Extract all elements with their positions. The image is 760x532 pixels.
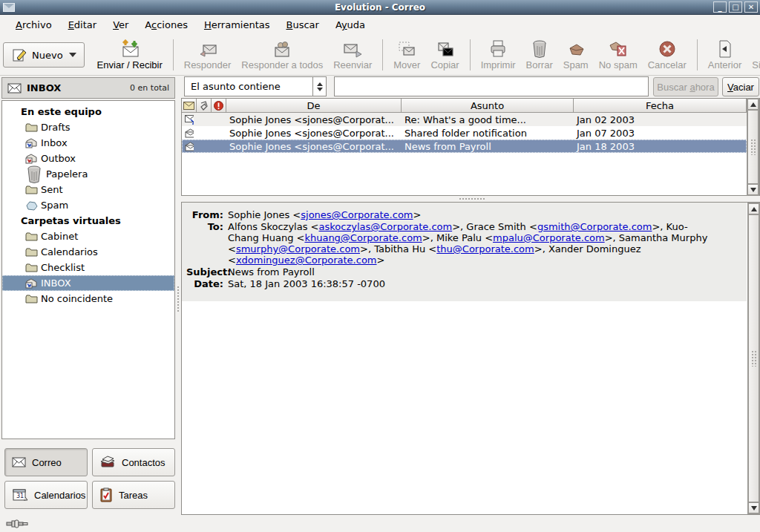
email-address-link[interactable]: gsmith@Corporate.com <box>537 221 652 232</box>
message-status-column-header[interactable] <box>182 99 197 113</box>
column-header-date[interactable]: Fecha <box>574 99 747 113</box>
message-list: De Asunto Fecha Sophie Jones <sjones@Cor… <box>181 98 760 196</box>
send-receive-button[interactable]: Enviar / Recibir <box>92 38 168 72</box>
scroll-down-icon[interactable] <box>748 502 759 513</box>
message-row[interactable]: Sophie Jones <sjones@Corporat...Re: What… <box>182 113 747 126</box>
folder-item-no-coincidente[interactable]: No coincidente <box>2 291 174 306</box>
message-from: Sophie Jones <sjones@Corporat... <box>226 114 402 125</box>
preview-scrollbar[interactable] <box>747 203 760 514</box>
mail-icon <box>12 457 26 467</box>
copy-button: Copiar <box>425 38 464 72</box>
tree-group-carpetas-virtuales[interactable]: Carpetas virtuales <box>2 213 174 229</box>
toolbar-separator <box>173 39 174 70</box>
chevron-down-icon <box>69 53 76 57</box>
scroll-up-icon[interactable] <box>748 203 759 214</box>
header-field-label: To: <box>186 221 228 266</box>
folder-item-inbox[interactable]: Inbox <box>2 135 174 151</box>
folder-item-calendarios[interactable]: Calendarios <box>2 244 174 260</box>
email-address-link[interactable]: thu@Corporate.com <box>436 243 534 254</box>
email-address-link[interactable]: smurphy@Corporate.com <box>236 243 360 254</box>
tree-group-en-este-equipo[interactable]: En este equipo <box>2 104 174 119</box>
message-row[interactable]: Sophie Jones <sjones@Corporat...Shared f… <box>182 126 747 139</box>
toolbar-button-label: Imprimir <box>481 59 516 70</box>
scroll-down-icon[interactable] <box>747 184 759 195</box>
scrollbar-thumb[interactable] <box>747 110 759 184</box>
scrollbar-thumb[interactable] <box>748 214 759 502</box>
email-address-link[interactable]: askoczylas@Corporate.com <box>319 221 453 232</box>
new-button[interactable]: Nuevo <box>3 42 85 68</box>
menu-herramientas[interactable]: Herramientas <box>196 16 278 33</box>
switcher-calendarios-button[interactable]: 31Calendarios <box>4 481 88 509</box>
email-address-link[interactable]: sjones@Corporate.com <box>301 209 413 220</box>
read-icon <box>182 142 197 151</box>
header-field-label: Date: <box>186 278 228 289</box>
folder-item-drafts[interactable]: Drafts <box>2 119 174 135</box>
expander-triangle-icon[interactable] <box>7 108 15 116</box>
menu-ayuda[interactable]: Ayuda <box>327 16 373 33</box>
preview-pane: From:Sophie Jones <sjones@Corporate.com>… <box>181 202 760 515</box>
attachment-column-header[interactable] <box>197 99 212 113</box>
expander-triangle-icon[interactable] <box>7 217 15 225</box>
folder-item-spam[interactable]: Spam <box>2 197 174 213</box>
sidebar-splitter[interactable] <box>176 76 181 532</box>
replied-icon <box>182 115 197 125</box>
clear-search-button[interactable]: Vaciar <box>722 77 759 96</box>
switcher-correo-button[interactable]: Correo <box>4 448 88 476</box>
splitter-grip[interactable] <box>177 286 180 312</box>
column-header-from[interactable]: De <box>226 99 402 113</box>
email-address-link[interactable]: mpalu@Corporate.com <box>493 232 605 243</box>
toolbar-button-label: Borrar <box>526 59 553 70</box>
email-address-link[interactable]: khuang@Corporate.com <box>304 232 422 243</box>
menu-acciones[interactable]: Acciones <box>137 16 196 33</box>
spinner-icon[interactable] <box>312 77 326 96</box>
mail-icon <box>7 83 22 93</box>
contacts-icon <box>99 455 116 470</box>
maximize-button[interactable]: □ <box>729 1 742 13</box>
folder-tree: En este equipoDraftsInboxOutboxPapeleraS… <box>1 100 175 439</box>
column-header-subject[interactable]: Asunto <box>402 99 574 113</box>
menu-editar[interactable]: Editar <box>60 16 105 33</box>
toolbar-button-label: Spam <box>563 59 589 70</box>
message-body <box>182 301 747 514</box>
inbox-icon <box>25 137 38 148</box>
close-button[interactable]: ✕ <box>744 1 758 13</box>
message-date: Jan 18 2003 <box>574 141 747 152</box>
previous-button: Anterior <box>703 38 747 72</box>
folder-item-label: Calendarios <box>41 246 98 257</box>
switcher-contactos-button[interactable]: Contactos <box>92 448 175 476</box>
menu-buscar[interactable]: Buscar <box>278 16 327 33</box>
online-status-icon[interactable] <box>6 519 28 528</box>
splitter-grip[interactable] <box>459 197 485 201</box>
folder-header[interactable]: INBOX 0 en total <box>1 77 175 99</box>
minimize-button[interactable]: _ <box>713 1 727 13</box>
tasks-icon <box>99 487 113 502</box>
pane-splitter[interactable] <box>181 196 760 202</box>
folder-item-sent[interactable]: Sent <box>2 182 174 197</box>
header-field-to: To:Alfons Skoczylas <askoczylas@Corporat… <box>186 221 742 266</box>
folder-item-inbox[interactable]: INBOX <box>2 275 174 291</box>
search-input[interactable] <box>334 76 649 96</box>
header-field-label: Subject: <box>186 266 228 278</box>
message-list-scrollbar[interactable] <box>747 98 759 196</box>
menu-ver[interactable]: Ver <box>105 16 137 33</box>
spam-button: Spam <box>558 38 594 72</box>
email-address-link[interactable]: xdominguez@Corporate.com <box>236 254 377 266</box>
message-row[interactable]: Sophie Jones <sjones@Corporat...News fro… <box>182 139 747 153</box>
switcher-button-label: Tareas <box>119 490 148 501</box>
menu-archivo[interactable]: Archivo <box>7 16 60 33</box>
cancel-icon <box>658 39 677 59</box>
titlebar[interactable]: Evolution - Correo _ □ ✕ <box>0 0 760 15</box>
search-scope-select[interactable]: El asunto contiene <box>184 76 327 96</box>
folder-item-papelera[interactable]: Papelera <box>2 166 174 182</box>
message-from: Sophie Jones <sjones@Corporat... <box>226 128 402 139</box>
folder-item-cabinet[interactable]: Cabinet <box>2 229 174 244</box>
scroll-up-icon[interactable] <box>747 99 759 110</box>
message-rows: Sophie Jones <sjones@Corporat...Re: What… <box>182 113 747 195</box>
priority-column-header[interactable] <box>212 99 226 113</box>
switcher-tareas-button[interactable]: Tareas <box>92 481 175 509</box>
toolbar-button-label: Anterior <box>708 59 742 70</box>
folder-item-checklist[interactable]: Checklist <box>2 260 174 275</box>
switcher-button-label: Contactos <box>122 457 166 468</box>
header-field-subject: Subject:News from Payroll <box>186 266 742 278</box>
toolbar-button-label: Enviar / Recibir <box>97 59 163 70</box>
